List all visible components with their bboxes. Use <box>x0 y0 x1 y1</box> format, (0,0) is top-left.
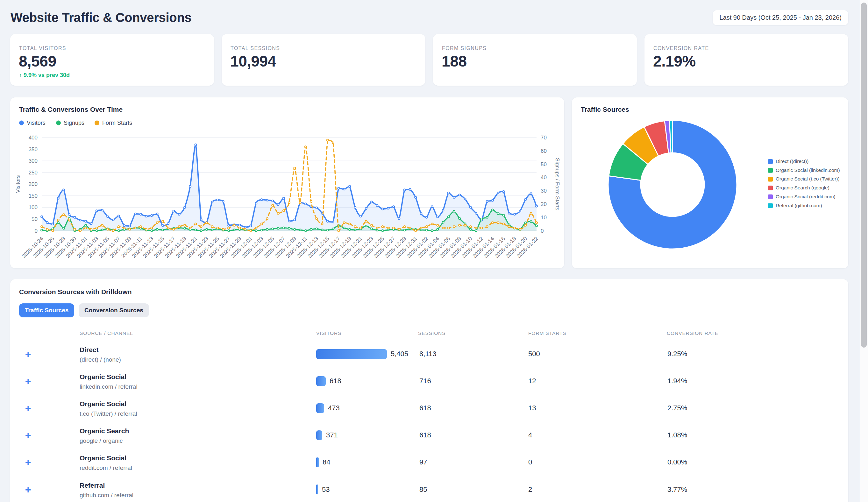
svg-text:50: 50 <box>32 216 38 222</box>
svg-text:Form Starts: Form Starts <box>102 120 132 126</box>
svg-text:0: 0 <box>541 228 544 234</box>
svg-text:Organic Search (google): Organic Search (google) <box>776 185 829 190</box>
svg-text:350: 350 <box>29 146 38 153</box>
svg-text:200: 200 <box>29 181 38 187</box>
svg-text:20: 20 <box>541 201 547 207</box>
svg-text:60: 60 <box>541 148 547 154</box>
svg-text:400: 400 <box>29 135 38 141</box>
svg-text:150: 150 <box>29 193 38 199</box>
svg-text:Organic Social (reddit.com): Organic Social (reddit.com) <box>776 194 836 199</box>
svg-text:Referral (github.com): Referral (github.com) <box>776 203 822 208</box>
svg-text:40: 40 <box>541 175 547 180</box>
svg-text:0: 0 <box>35 228 38 234</box>
svg-text:100: 100 <box>29 205 38 210</box>
svg-text:Signups / Form Starts: Signups / Form Starts <box>554 158 560 210</box>
svg-text:Organic Social (t.co (Twitter): Organic Social (t.co (Twitter)) <box>776 176 840 181</box>
svg-text:50: 50 <box>541 161 547 167</box>
svg-text:Visitors: Visitors <box>27 120 45 126</box>
svg-text:Visitors: Visitors <box>15 175 21 193</box>
svg-text:Signups: Signups <box>64 120 84 126</box>
svg-text:300: 300 <box>29 158 38 164</box>
svg-text:Direct ((direct)): Direct ((direct)) <box>776 158 808 164</box>
svg-text:10: 10 <box>541 215 547 221</box>
svg-text:30: 30 <box>541 188 547 194</box>
svg-text:Organic Social (linkedin.com): Organic Social (linkedin.com) <box>776 167 840 173</box>
svg-text:250: 250 <box>29 170 38 176</box>
svg-text:70: 70 <box>541 135 547 141</box>
